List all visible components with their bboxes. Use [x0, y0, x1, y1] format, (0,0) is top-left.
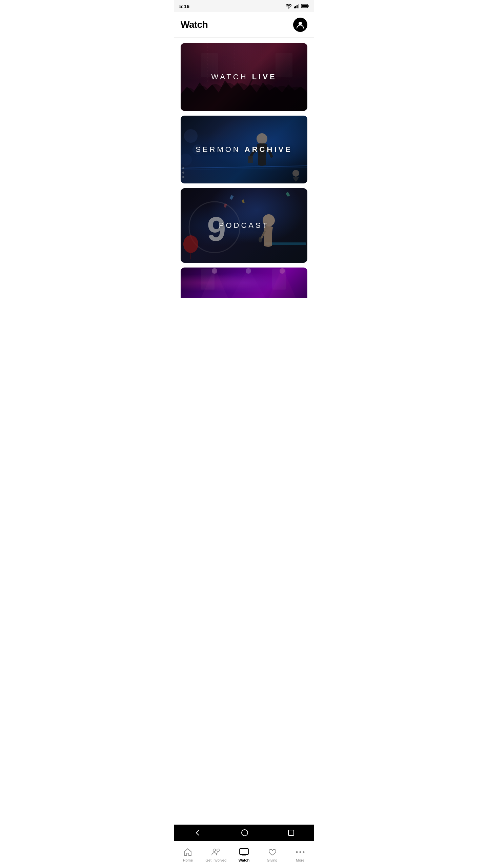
main-content: WATCH LIVE	[174, 38, 314, 332]
fourth-card[interactable]	[181, 268, 307, 298]
podcast-label: PODCAST	[219, 221, 269, 230]
header: Watch	[174, 12, 314, 38]
status-bar: 5:16	[174, 0, 314, 12]
card-overlay	[181, 268, 307, 298]
watch-live-card[interactable]: WATCH LIVE	[181, 43, 307, 111]
sermon-archive-label: SERMON ARCHIVE	[196, 145, 292, 154]
avatar-button[interactable]	[293, 18, 307, 32]
svg-rect-2	[295, 6, 296, 8]
svg-rect-6	[308, 5, 309, 7]
status-time: 5:16	[179, 3, 189, 9]
svg-point-0	[288, 8, 289, 9]
card-label: SERMON ARCHIVE	[181, 116, 307, 183]
svg-point-8	[299, 22, 302, 25]
svg-rect-7	[302, 5, 307, 7]
podcast-card[interactable]: 9 PODCAST	[181, 188, 307, 263]
card-label: WATCH LIVE	[181, 43, 307, 111]
sermon-archive-card[interactable]: SERMON ARCHIVE	[181, 116, 307, 183]
user-avatar-icon	[296, 20, 305, 29]
wifi-icon	[286, 4, 292, 8]
card-label: PODCAST	[181, 188, 307, 263]
page-title: Watch	[181, 19, 208, 30]
signal-icon	[294, 4, 299, 8]
battery-icon	[301, 4, 309, 8]
watch-live-label: WATCH LIVE	[211, 73, 277, 81]
svg-rect-3	[297, 5, 298, 8]
svg-rect-1	[294, 7, 295, 8]
status-icons	[286, 4, 309, 8]
svg-rect-4	[298, 4, 299, 8]
